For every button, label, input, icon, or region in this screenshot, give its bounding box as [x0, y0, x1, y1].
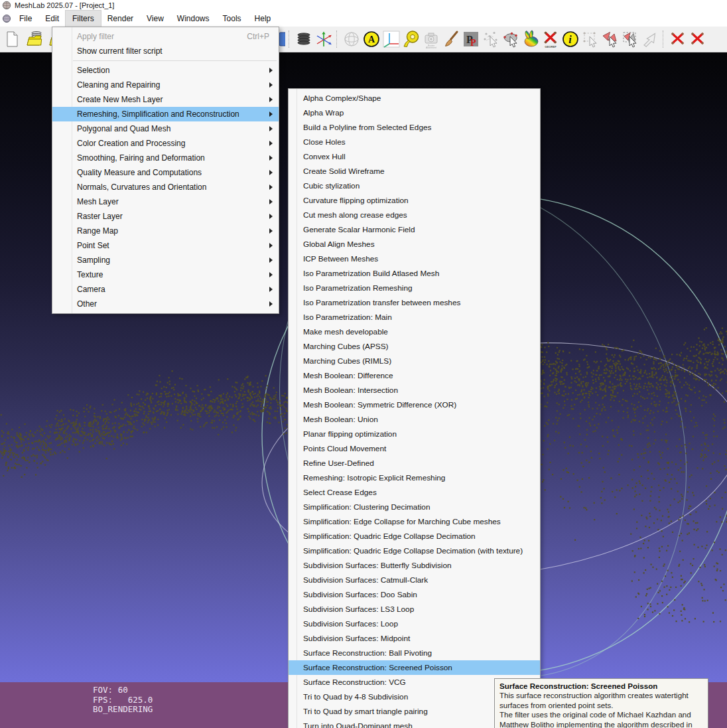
submenu-item-subdivision-surfaces-loop[interactable]: Subdivision Surfaces: Loop [289, 617, 540, 631]
filters-category-selection[interactable]: Selection [52, 63, 279, 78]
submenu-item-build-a-polyline-from-selected-edges[interactable]: Build a Polyline from Selected Edges [289, 120, 540, 135]
reset-trackball-icon[interactable] [314, 30, 333, 48]
submenu-item-subdivision-surfaces-midpoint[interactable]: Subdivision Surfaces: Midpoint [289, 631, 540, 646]
submenu-item-mesh-boolean-difference[interactable]: Mesh Boolean: Difference [289, 368, 540, 383]
submenu-item-cubic-stylization[interactable]: Cubic stylization [289, 179, 540, 193]
menubar-item-filters[interactable]: Filters [66, 11, 101, 27]
submenu-item-generate-scalar-harmonic-field[interactable]: Generate Scalar Harmonic Field [289, 222, 540, 237]
delete-selected-vertices-icon[interactable] [689, 30, 707, 48]
menubar-item-edit[interactable]: Edit [38, 11, 66, 27]
submenu-item-subdivision-surfaces-ls3-loop[interactable]: Subdivision Surfaces: LS3 Loop [289, 602, 540, 617]
delete-selected-faces-icon[interactable] [669, 30, 687, 48]
submenu-item-select-crease-edges[interactable]: Select Crease Edges [289, 485, 540, 500]
filters-category-sampling[interactable]: Sampling [52, 253, 279, 267]
submenu-item-iso-parametrization-build-atlased-mesh[interactable]: Iso Parametrization Build Atlased Mesh [289, 266, 540, 281]
submenu-item-mesh-boolean-symmetric-difference-xor[interactable]: Mesh Boolean: Symmetric Difference (XOR) [289, 398, 540, 412]
submenu-item-iso-parametrization-remeshing[interactable]: Iso Parametrization Remeshing [289, 281, 540, 295]
submenu-item-cut-mesh-along-crease-edges[interactable]: Cut mesh along crease edges [289, 208, 540, 222]
project-window-icon [2, 14, 11, 23]
submenu-item-curvature-flipping-optimization[interactable]: Curvature flipping optimization [289, 193, 540, 208]
submenu-item-convex-hull[interactable]: Convex Hull [289, 149, 540, 164]
orthographic-view-icon[interactable] [342, 30, 361, 48]
submenu-item-alpha-complex-shape[interactable]: Alpha Complex/Shape [289, 91, 540, 106]
menu-item-label: Tri to Quad by 4-8 Subdivision [303, 692, 408, 701]
filters-category-camera[interactable]: Camera [52, 282, 279, 297]
submenu-item-marching-cubes-apss[interactable]: Marching Cubes (APSS) [289, 339, 540, 354]
filters-category-quality-measure-and-computations[interactable]: Quality Measure and Computations [52, 165, 279, 180]
menubar-item-render[interactable]: Render [101, 11, 140, 27]
submenu-item-surface-reconstruction-screened-poisson[interactable]: Surface Reconstruction: Screened Poisson [289, 660, 540, 675]
filters-category-point-set[interactable]: Point Set [52, 238, 279, 253]
new-empty-project-icon[interactable] [3, 30, 21, 48]
filters-menu-item-apply-filter[interactable]: Apply filterCtrl+P [52, 29, 279, 44]
filters-category-normals-curvatures-and-orientation[interactable]: Normals, Curvatures and Orientation [52, 180, 279, 194]
filters-category-range-map[interactable]: Range Map [52, 224, 279, 238]
mesh-picking-icon[interactable] [501, 30, 520, 48]
menu-item-label: Normals, Curvatures and Orientation [77, 182, 206, 192]
filters-category-other[interactable]: Other [52, 297, 279, 311]
select-faces-icon[interactable] [601, 30, 620, 48]
select-faces-rect-icon[interactable] [621, 30, 639, 48]
filters-category-create-new-mesh-layer[interactable]: Create New Mesh Layer [52, 92, 279, 107]
raster-alignment-icon[interactable]: RasterAlignment [422, 30, 440, 48]
menubar-item-view[interactable]: View [140, 11, 170, 27]
filters-category-mesh-layer[interactable]: Mesh Layer [52, 194, 279, 209]
render-status: FOV: 60FPS: 625.0BO_RENDERING [93, 686, 153, 715]
submenu-item-alpha-wrap[interactable]: Alpha Wrap [289, 106, 540, 120]
menu-item-label: Alpha Wrap [303, 108, 344, 117]
filters-category-raster-layer[interactable]: Raster Layer [52, 209, 279, 224]
submenu-item-remeshing-isotropic-explicit-remeshing[interactable]: Remeshing: Isotropic Explicit Remeshing [289, 471, 540, 485]
submenu-item-simplification-quadric-edge-collapse-decimation-with-texture[interactable]: Simplification: Quadric Edge Collapse De… [289, 544, 540, 558]
submenu-item-subdivision-surfaces-butterfly-subdivision[interactable]: Subdivision Surfaces: Butterfly Subdivis… [289, 558, 540, 573]
submenu-item-surface-reconstruction-ball-pivoting[interactable]: Surface Reconstruction: Ball Pivoting [289, 646, 540, 660]
show-axes-icon[interactable] [382, 30, 401, 48]
submenu-item-subdivision-surfaces-catmull-clark[interactable]: Subdivision Surfaces: Catmull-Clark [289, 573, 540, 587]
filters-category-polygonal-and-quad-mesh[interactable]: Polygonal and Quad Mesh [52, 121, 279, 136]
submenu-arrow-icon [269, 126, 273, 131]
filters-category-smoothing-fairing-and-deformation[interactable]: Smoothing, Fairing and Deformation [52, 151, 279, 165]
open-project-icon[interactable] [25, 30, 44, 48]
submenu-item-simplification-quadric-edge-collapse-decimation[interactable]: Simplification: Quadric Edge Collapse De… [289, 529, 540, 544]
menubar-item-windows[interactable]: Windows [170, 11, 216, 27]
show-layer-dialog-icon[interactable] [295, 30, 313, 48]
submenu-item-make-mesh-developable[interactable]: Make mesh developable [289, 325, 540, 339]
text-label-icon[interactable]: A [362, 30, 381, 48]
submenu-item-planar-flipping-optimization[interactable]: Planar flipping optimization [289, 427, 540, 441]
submenu-item-simplification-clustering-decimation[interactable]: Simplification: Clustering Decimation [289, 500, 540, 514]
submenu-item-iso-parametrization-main[interactable]: Iso Parametrization: Main [289, 310, 540, 325]
select-vertices-icon[interactable] [581, 30, 600, 48]
filters-category-remeshing-simplification-and-reconstruction[interactable]: Remeshing, Simplification and Reconstruc… [52, 107, 279, 121]
quality-mapper-icon[interactable] [521, 30, 540, 48]
submenu-arrow-icon [269, 287, 273, 292]
filters-category-cleaning-and-repairing[interactable]: Cleaning and Repairing [52, 78, 279, 92]
submenu-item-global-align-meshes[interactable]: Global Align Meshes [289, 237, 540, 252]
menubar-item-help[interactable]: Help [248, 11, 278, 27]
submenu-item-subdivision-surfaces-doo-sabin[interactable]: Subdivision Surfaces: Doo Sabin [289, 587, 540, 602]
menubar-item-file[interactable]: File [13, 11, 38, 27]
submenu-item-mesh-boolean-union[interactable]: Mesh Boolean: Union [289, 412, 540, 427]
submenu-item-simplification-edge-collapse-for-marching-cube-meshes[interactable]: Simplification: Edge Collapse for Marchi… [289, 514, 540, 529]
get-info-icon[interactable]: i [561, 30, 580, 48]
filters-category-texture[interactable]: Texture [52, 267, 279, 282]
filters-menu-item-show-current-filter-script[interactable]: Show current filter script [52, 44, 279, 58]
move-selection-icon[interactable] [641, 30, 659, 48]
submenu-item-create-solid-wireframe[interactable]: Create Solid Wireframe [289, 164, 540, 179]
menubar-item-tools[interactable]: Tools [216, 11, 248, 27]
submenu-item-mesh-boolean-intersection[interactable]: Mesh Boolean: Intersection [289, 383, 540, 398]
point-picking-icon[interactable] [482, 30, 500, 48]
filters-category-color-creation-and-processing[interactable]: Color Creation and Processing [52, 136, 279, 151]
georeference-icon[interactable]: GEOREF [541, 30, 560, 48]
z-painting-icon[interactable] [442, 30, 460, 48]
measuring-tool-icon[interactable] [402, 30, 421, 48]
pp-edit-icon[interactable]: PP [462, 30, 480, 48]
submenu-item-close-holes[interactable]: Close Holes [289, 135, 540, 149]
menu-item-label: Simplification: Quadric Edge Collapse De… [303, 532, 476, 541]
submenu-item-refine-user-defined[interactable]: Refine User-Defined [289, 456, 540, 471]
menubar-items: FileEditFiltersRenderViewWindowsToolsHel… [13, 11, 277, 27]
menu-shortcut: Ctrl+P [247, 29, 269, 44]
submenu-item-iso-parametrization-transfer-between-meshes[interactable]: Iso Parametrization transfer between mes… [289, 295, 540, 310]
submenu-item-marching-cubes-rimls[interactable]: Marching Cubes (RIMLS) [289, 354, 540, 368]
partial-save-icon[interactable] [279, 30, 285, 48]
submenu-item-icp-between-meshes[interactable]: ICP Between Meshes [289, 252, 540, 266]
submenu-item-points-cloud-movement[interactable]: Points Cloud Movement [289, 441, 540, 456]
